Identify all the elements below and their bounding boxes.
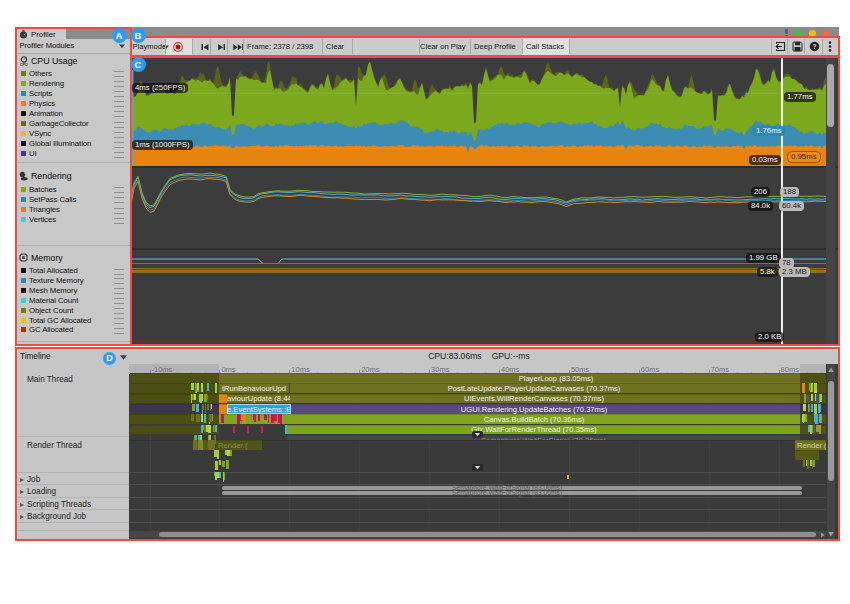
timeline-bar[interactable]: tRunBehaviourUpd [219,383,289,393]
timeline-hscrollbar[interactable] [130,531,826,538]
charts-scrollbar[interactable] [826,57,835,344]
drag-handle-icon[interactable] [114,91,124,97]
timeline-body[interactable]: -10ms0ms10ms20ms30ms40ms50ms60ms70ms80ms… [129,364,839,541]
drag-handle-icon[interactable] [114,288,124,294]
drag-handle-icon[interactable] [114,318,124,324]
timeline-bar[interactable] [795,450,819,460]
module-header-cpu-usage[interactable]: CPUCPU Usage [16,54,133,67]
tab-profiler[interactable]: Profiler [16,28,66,39]
drag-handle-icon[interactable] [114,122,124,128]
legend-item-material-count[interactable]: Material Count [16,295,130,305]
drag-handle-icon[interactable] [114,71,124,77]
drag-handle-icon[interactable] [114,197,124,203]
timeline-bar[interactable]: Canvas.BuildBatch (70.36ms) [285,414,800,424]
record-button[interactable] [173,42,183,52]
legend-item-triangles[interactable]: Triangles [16,205,130,215]
timeline-bar[interactable] [219,404,227,414]
drag-handle-icon[interactable] [114,269,124,275]
timeline-hscrollbar-thumb[interactable] [159,532,816,537]
timeline-bar[interactable]: Gfx.WaitForRenderThread (70.35ms) [287,425,800,435]
deep-profile-button[interactable]: Deep Profile [474,37,516,56]
legend-item-texture-memory[interactable]: Texture Memory [16,275,130,285]
timeline-bar[interactable] [219,394,227,404]
legend-item-animation[interactable]: Animation [16,108,130,118]
call-stacks-button[interactable]: Call Stacks [526,37,564,56]
expand-arrow-icon[interactable] [20,515,24,519]
legend-item-scripts[interactable]: Scripts [16,88,130,98]
module-header-rendering[interactable]: Rendering [16,169,133,182]
timeline-bar[interactable] [130,373,219,383]
legend-item-global-illumination[interactable]: Global Illumination [16,139,130,149]
window-menu-dots-icon[interactable] [785,29,788,37]
drag-handle-icon[interactable] [114,278,124,284]
expand-arrow-icon[interactable] [20,490,24,494]
drag-handle-icon[interactable] [114,132,124,138]
expand-arrow-icon[interactable] [20,503,24,507]
timeline-bar[interactable]: Render ( [795,440,826,450]
legend-item-setpass-calls[interactable]: SetPass Calls [16,194,130,204]
charts-area[interactable]: 4ms (250FPS)1ms (1000FPS)1.77ms1.76ms0.0… [130,56,839,345]
expand-arrow-icon[interactable] [20,478,24,482]
drag-handle-icon[interactable] [114,81,124,87]
module-header-memory[interactable]: Memory [16,251,133,264]
load-icon[interactable] [775,41,786,52]
timeline-bar[interactable]: Render ( [216,440,262,450]
timeline-bar[interactable]: UIEvents.WillRenderCanvases (70.37ms) [290,394,800,404]
timeline-bar[interactable]: PlayerLoop (83.05ms) [219,373,800,383]
scroll-up-arrow-icon[interactable] [827,366,835,374]
timeline-vscrollbar-thumb[interactable] [828,381,835,481]
window-button-yellow[interactable] [809,30,816,37]
legend-item-vertices[interactable]: Vertices [16,215,130,225]
legend-item-ui[interactable]: UI [16,149,130,159]
legend-item-garbagecollector[interactable]: GarbageCollector [16,119,130,129]
save-icon[interactable] [792,41,803,52]
timeline-bar[interactable]: UGUI.Rendering.UpdateBatches (70.37ms) [292,404,800,414]
loading-semaphore-bar[interactable]: Semaphore.WaitForSignal (83.06ms) [222,491,802,495]
legend-item-batches[interactable]: Batches [16,184,130,194]
thread-label-background-job[interactable]: Background Job [16,512,133,521]
timeline-bar[interactable]: e.EventSystems::Ev [227,404,291,414]
timeline-collapse-marker[interactable] [472,431,483,438]
clear-on-play-button[interactable]: Clear on Play [420,37,466,56]
drag-handle-icon[interactable] [114,187,124,193]
drag-handle-icon[interactable] [114,328,124,334]
profiler-modules-dropdown[interactable]: Profiler Modules [16,39,130,54]
timeline-bar[interactable] [800,373,826,383]
thread-label-job[interactable]: Job [16,475,133,484]
drag-handle-icon[interactable] [114,152,124,158]
legend-item-total-gc-allocated[interactable]: Total GC Allocated [16,315,130,325]
legend-item-gc-allocated[interactable]: GC Allocated [16,325,130,335]
timeline-collapse-marker[interactable] [472,464,483,471]
timeline-bar[interactable]: aviourUpdate (8.44 [227,394,290,404]
timeline-sliver [202,404,204,411]
legend-item-physics[interactable]: Physics [16,98,130,108]
clear-button[interactable]: Clear [326,37,344,56]
thread-label-loading[interactable]: Loading [16,487,133,496]
legend-item-vsync[interactable]: VSync [16,129,130,139]
drag-handle-icon[interactable] [114,218,124,224]
next-frame-button[interactable] [218,44,226,51]
timeline-bar[interactable]: Semaphore.WaitForSignal (70.35ms) [287,435,800,440]
drag-handle-icon[interactable] [114,208,124,214]
drag-handle-icon[interactable] [114,111,124,117]
drag-handle-icon[interactable] [114,142,124,148]
window-button-red[interactable] [822,30,829,37]
charts-scrollbar-thumb[interactable] [827,64,834,127]
legend-item-object-count[interactable]: Object Count [16,305,130,315]
legend-item-rendering[interactable]: Rendering [16,78,130,88]
legend-item-total-allocated[interactable]: Total Allocated [16,266,130,276]
legend-item-mesh-memory[interactable]: Mesh Memory [16,285,130,295]
prev-frame-button[interactable] [201,44,209,51]
thread-label-scripting-threads[interactable]: Scripting Threads [16,500,133,509]
scroll-right-arrow-icon[interactable] [820,532,825,538]
timeline-vscrollbar[interactable] [827,364,836,540]
drag-handle-icon[interactable] [114,101,124,107]
legend-item-others[interactable]: Others [16,68,130,78]
scroll-down-arrow-icon[interactable] [827,530,835,538]
context-menu-icon[interactable] [828,41,832,52]
drag-handle-icon[interactable] [114,308,124,314]
drag-handle-icon[interactable] [114,298,124,304]
help-icon[interactable]: ? [809,41,820,52]
window-button-green[interactable] [795,30,802,37]
timeline-bar[interactable]: PostLateUpdate.PlayerUpdateCanvases (70.… [290,383,800,393]
